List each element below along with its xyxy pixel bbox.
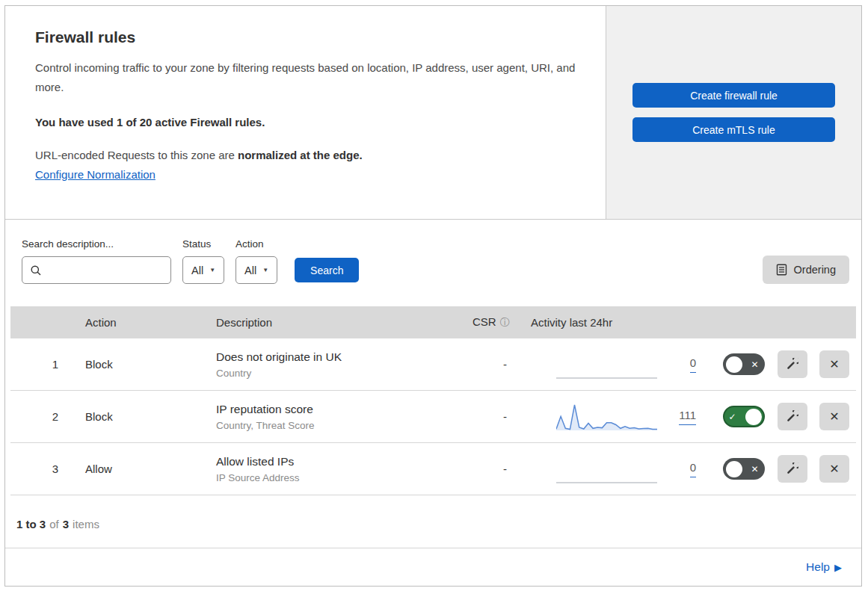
rule-csr-value: -: [473, 358, 525, 371]
rule-action: Block: [85, 410, 216, 423]
search-box: [22, 256, 171, 284]
delete-rule-button[interactable]: ✕: [819, 403, 849, 430]
rule-csr-value: -: [473, 410, 525, 423]
top-section: Firewall rules Control incoming traffic …: [5, 6, 861, 220]
rule-priority: 2: [10, 410, 85, 423]
table-row: 3 Allow Allow listed IPs IP Source Addre…: [10, 443, 856, 495]
ordering-button-label: Ordering: [794, 264, 836, 276]
header-activity: Activity last 24hr: [525, 316, 715, 329]
chevron-down-icon: ▼: [262, 267, 268, 273]
rule-priority: 1: [10, 358, 85, 371]
toggle-knob: [726, 356, 742, 373]
rule-enabled-toggle[interactable]: ✓ ✕: [723, 458, 765, 480]
search-group: Search description...: [22, 238, 171, 284]
status-label: Status: [182, 238, 224, 250]
toggle-knob: [726, 461, 742, 477]
actions-panel: Create firewall rule Create mTLS rule: [606, 6, 861, 219]
toggle-x-icon: ✕: [748, 359, 761, 370]
activity-count-link[interactable]: 0: [690, 356, 696, 373]
header-csr: CSRⓘ: [473, 315, 525, 329]
help-arrow-icon: ▶: [834, 562, 842, 573]
status-filter-group: Status All ▼: [182, 238, 224, 284]
rule-priority: 3: [10, 462, 85, 475]
normalization-text: URL-encoded Requests to this zone are: [35, 149, 238, 161]
wrench-icon: [786, 410, 798, 423]
help-label: Help: [806, 560, 830, 574]
rule-action: Allow: [85, 462, 216, 475]
rule-activity-cell: 0: [525, 453, 715, 486]
rule-activity-cell: 0: [525, 348, 715, 381]
rule-activity-cell: 111: [525, 400, 715, 433]
action-selected-value: All: [244, 264, 256, 276]
ordering-button[interactable]: Ordering: [763, 256, 849, 284]
wrench-icon: [786, 462, 798, 475]
usage-summary: You have used 1 of 20 active Firewall ru…: [35, 116, 576, 129]
rule-description-cell: Does not originate in UK Country: [216, 350, 473, 379]
toggle-knob: [745, 409, 762, 425]
firewall-rules-page: Firewall rules Control incoming traffic …: [4, 5, 862, 587]
rule-criteria: IP Source Address: [216, 472, 473, 483]
table-row: 1 Block Does not originate in UK Country…: [10, 338, 856, 391]
items-range: 1 to 3: [16, 518, 46, 530]
pagination-summary: 1 to 3of3items: [5, 495, 861, 548]
rule-action: Block: [85, 358, 216, 371]
search-label: Search description...: [22, 238, 171, 250]
page-title: Firewall rules: [35, 28, 576, 46]
edit-rule-button[interactable]: [778, 403, 807, 430]
configure-normalization-link[interactable]: Configure Normalization: [35, 168, 156, 181]
delete-rule-button[interactable]: ✕: [819, 350, 849, 378]
rules-table: Action Description CSRⓘ Activity last 24…: [10, 306, 856, 495]
activity-sparkline: [556, 400, 657, 433]
rule-description: Does not originate in UK: [216, 350, 473, 364]
table-header-row: Action Description CSRⓘ Activity last 24…: [10, 306, 856, 338]
normalization-note: URL-encoded Requests to this zone are no…: [35, 149, 576, 161]
header-description: Description: [216, 316, 473, 329]
info-icon[interactable]: ⓘ: [500, 317, 510, 328]
create-mtls-rule-button[interactable]: Create mTLS rule: [632, 117, 835, 142]
rule-enabled-toggle[interactable]: ✓ ✕: [723, 353, 765, 375]
close-icon: ✕: [829, 409, 839, 424]
help-link[interactable]: Help ▶: [806, 560, 842, 574]
activity-count-link[interactable]: 0: [690, 461, 696, 477]
edit-rule-button[interactable]: [778, 455, 807, 483]
items-label: items: [73, 518, 99, 530]
filter-bar: Search description... Status All ▼ Actio…: [5, 220, 861, 306]
action-dropdown[interactable]: All ▼: [236, 256, 277, 284]
rule-description-cell: IP reputation score Country, Threat Scor…: [216, 403, 473, 431]
activity-count-link[interactable]: 111: [679, 409, 696, 425]
search-input[interactable]: [48, 264, 163, 277]
rule-criteria: Country, Threat Score: [216, 420, 473, 431]
close-icon: ✕: [829, 462, 839, 476]
delete-rule-button[interactable]: ✕: [819, 455, 849, 483]
rule-csr-value: -: [473, 462, 525, 475]
normalization-bold-text: normalized at the edge.: [238, 149, 363, 161]
rule-enabled-toggle[interactable]: ✓ ✕: [723, 406, 765, 427]
create-firewall-rule-button[interactable]: Create firewall rule: [632, 83, 835, 108]
items-of-text: of: [49, 518, 59, 530]
toggle-x-icon: ✕: [748, 464, 761, 474]
rule-description-cell: Allow listed IPs IP Source Address: [216, 455, 473, 483]
status-dropdown[interactable]: All ▼: [182, 256, 224, 284]
rule-criteria: Country: [216, 368, 473, 379]
chevron-down-icon: ▼: [209, 267, 215, 273]
toggle-check-icon: ✓: [726, 412, 739, 422]
close-icon: ✕: [829, 357, 839, 371]
status-selected-value: All: [191, 264, 203, 276]
action-filter-group: Action All ▼: [236, 238, 277, 284]
action-label: Action: [236, 238, 277, 250]
intro-card: Firewall rules Control incoming traffic …: [5, 6, 606, 219]
header-action: Action: [85, 316, 216, 329]
wrench-icon: [786, 358, 798, 371]
activity-sparkline: [556, 348, 657, 381]
page-description: Control incoming traffic to your zone by…: [35, 58, 576, 98]
rule-description: Allow listed IPs: [216, 455, 473, 468]
search-button[interactable]: Search: [295, 258, 359, 282]
ordering-list-icon: [776, 264, 787, 276]
help-footer: Help ▶: [5, 548, 861, 586]
search-icon: [30, 264, 42, 276]
rule-description: IP reputation score: [216, 403, 473, 416]
edit-rule-button[interactable]: [778, 350, 807, 378]
table-row: 2 Block IP reputation score Country, Thr…: [10, 391, 856, 443]
activity-sparkline: [556, 453, 657, 486]
items-total: 3: [63, 518, 69, 530]
